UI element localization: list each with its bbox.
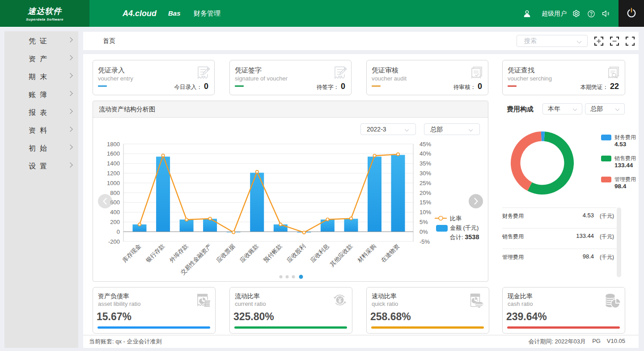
svg-text:金额 (千元): 金额 (千元): [450, 224, 479, 231]
svg-text:比率: 比率: [450, 215, 462, 222]
svg-text:45%: 45%: [419, 141, 431, 148]
svg-text:在途物资: 在途物资: [380, 243, 401, 264]
svg-text:1200: 1200: [107, 170, 120, 177]
svg-text:0: 0: [117, 228, 120, 235]
svg-text:银行存款: 银行存款: [144, 243, 166, 264]
svg-text:合计: 3538: 合计: 3538: [450, 233, 479, 241]
svg-text:1000: 1000: [107, 180, 120, 186]
svg-text:15%: 15%: [419, 199, 431, 206]
svg-text:20%: 20%: [419, 190, 431, 196]
svg-text:-200: -200: [108, 238, 120, 245]
svg-text:400: 400: [110, 209, 120, 216]
svg-text:25%: 25%: [419, 180, 431, 186]
svg-text:-5%: -5%: [419, 238, 430, 245]
svg-text:应收账款: 应收账款: [239, 243, 260, 264]
svg-text:1600: 1600: [107, 150, 120, 157]
svg-text:应收股利: 应收股利: [286, 243, 307, 264]
svg-text:1400: 1400: [107, 160, 120, 167]
svg-text:200: 200: [110, 219, 120, 225]
svg-text:10%: 10%: [419, 209, 431, 216]
svg-text:外埠存款: 外埠存款: [168, 243, 189, 264]
svg-text:0%: 0%: [419, 228, 428, 235]
svg-text:30%: 30%: [419, 170, 431, 177]
svg-text:应收利息: 应收利息: [309, 243, 330, 264]
svg-text:1800: 1800: [107, 141, 120, 148]
svg-text:5%: 5%: [419, 219, 428, 225]
svg-text:材料采购: 材料采购: [356, 243, 377, 264]
svg-text:35%: 35%: [419, 160, 431, 167]
svg-text:800: 800: [110, 190, 120, 196]
svg-text:库存现金: 库存现金: [121, 243, 142, 264]
svg-text:40%: 40%: [419, 150, 431, 157]
svg-text:其他应收款: 其他应收款: [329, 243, 354, 268]
svg-text:预付帐款: 预付帐款: [262, 243, 283, 264]
svg-text:应收票据: 应收票据: [215, 243, 236, 264]
